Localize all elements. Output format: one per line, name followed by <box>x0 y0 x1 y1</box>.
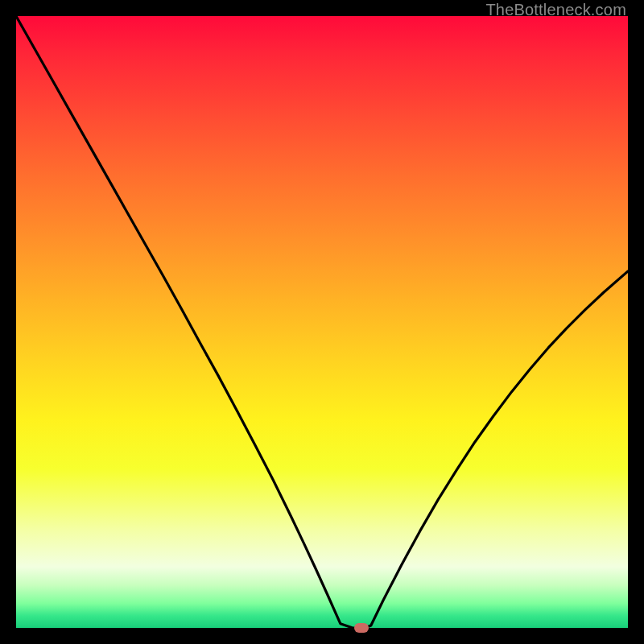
bottleneck-curve-path <box>16 16 628 628</box>
optimum-marker <box>354 623 369 633</box>
chart-frame: TheBottleneck.com <box>0 0 644 644</box>
plot-area <box>16 16 628 628</box>
curve-svg <box>16 16 628 628</box>
